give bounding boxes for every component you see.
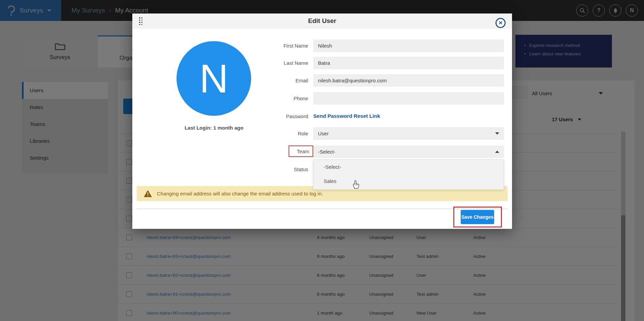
warning-text: Changing email address will also change … [157,191,323,196]
team-option-select[interactable]: -Select- [314,160,504,174]
role-value: User [318,131,329,136]
chevron-down-icon [495,132,499,135]
team-option-sales[interactable]: Sales [314,174,504,188]
last-name-field[interactable] [313,57,504,69]
password-reset-link[interactable]: Send Password Reset Link [313,113,380,119]
save-button-highlight [453,207,502,228]
role-label: Role [268,131,308,136]
status-label: Status [268,166,308,172]
phone-label: Phone [268,96,308,101]
user-avatar-large: N [177,41,251,116]
cursor-hand-icon [352,180,360,190]
team-label: Team [297,149,309,154]
password-label: Password [268,113,308,119]
chevron-up-icon [495,151,499,153]
email-label: Email [268,78,308,83]
team-dropdown-panel: -Select- Sales [313,159,504,190]
edit-user-modal: Edit User ✕ N Last Login: 1 month ago Fi… [132,14,512,229]
close-icon[interactable]: ✕ [495,18,506,28]
role-select[interactable]: User [313,127,504,140]
team-label-highlight: Team [289,145,313,157]
last-login-text: Last Login: 1 month ago [163,125,265,131]
phone-field[interactable] [313,92,504,105]
first-name-field[interactable] [313,39,504,52]
warning-triangle-icon [143,190,152,197]
email-field[interactable] [313,74,504,87]
modal-header: Edit User [132,14,512,29]
team-select[interactable]: -Select- [313,145,504,158]
footer-separator [137,209,508,209]
last-name-label: Last Name [268,60,308,66]
team-value: -Select- [318,149,336,155]
first-name-label: First Name [268,43,308,49]
modal-title: Edit User [132,17,512,25]
